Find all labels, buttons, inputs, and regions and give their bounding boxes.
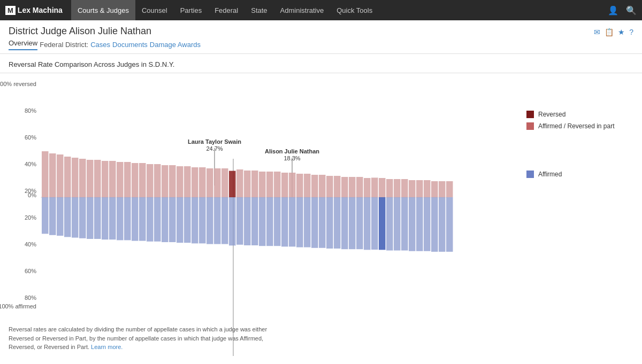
breadcrumb-link-documents[interactable]: Documents <box>112 41 148 49</box>
svg-rect-26 <box>49 153 56 197</box>
header-left: District Judge Alison Julie Nathan Overv… <box>9 26 201 53</box>
svg-rect-38 <box>79 159 86 197</box>
svg-rect-27 <box>49 197 56 235</box>
svg-rect-168 <box>401 197 408 251</box>
svg-text:Laura Taylor Swain: Laura Taylor Swain <box>188 138 241 145</box>
legend-item-reversed: Reversed <box>526 111 633 118</box>
chart-main: 100% reversed 80% 60% 40% 20% 0% 20% 40%… <box>9 79 510 315</box>
svg-rect-83 <box>192 167 198 197</box>
svg-rect-141 <box>334 197 341 249</box>
svg-text:Alison Julie Nathan: Alison Julie Nathan <box>265 148 319 154</box>
nav-item-federal[interactable]: Federal <box>208 0 244 20</box>
svg-rect-174 <box>416 197 423 251</box>
svg-text:100% reversed: 100% reversed <box>0 81 36 87</box>
svg-rect-24 <box>42 197 49 234</box>
svg-rect-183 <box>439 197 446 252</box>
svg-rect-66 <box>147 197 154 242</box>
legend-item-affirmed-reversed-part: Affirmed / Reversed in part <box>526 122 633 130</box>
svg-rect-113 <box>266 172 273 197</box>
svg-rect-80 <box>184 166 191 197</box>
svg-rect-102 <box>236 197 243 245</box>
svg-rect-65 <box>147 164 154 197</box>
svg-text:80%: 80% <box>25 295 36 301</box>
nav-item-quick-tools[interactable]: Quick Tools <box>330 0 379 20</box>
svg-rect-153 <box>364 197 371 250</box>
svg-rect-146 <box>349 177 356 197</box>
legend-box-affirmed-reversed-part <box>526 122 534 130</box>
nav-item-courts-judges[interactable]: Courts & Judges <box>71 0 135 20</box>
svg-rect-138 <box>326 197 333 249</box>
svg-rect-90 <box>207 197 213 244</box>
nav-right-icons: 👤 🔍 <box>608 5 637 16</box>
email-icon[interactable]: ✉ <box>594 28 600 36</box>
svg-rect-167 <box>401 179 408 197</box>
svg-rect-62 <box>139 163 146 197</box>
svg-rect-114 <box>266 197 273 246</box>
svg-rect-105 <box>244 197 251 245</box>
breadcrumb-link-cases[interactable]: Cases <box>90 41 110 49</box>
svg-rect-57 <box>124 197 131 240</box>
chart-wrapper: 100% reversed 80% 60% 40% 20% 0% 20% 40%… <box>9 79 633 315</box>
svg-rect-51 <box>109 197 116 239</box>
svg-rect-111 <box>259 197 266 246</box>
svg-rect-45 <box>94 197 101 239</box>
breadcrumb-label: Federal District: <box>40 41 88 49</box>
svg-rect-128 <box>304 174 311 197</box>
svg-rect-92 <box>214 168 221 197</box>
tab-overview[interactable]: Overview <box>9 39 37 50</box>
legend-box-reversed <box>526 111 534 118</box>
svg-text:24.7%: 24.7% <box>206 145 223 152</box>
svg-rect-104 <box>244 171 251 197</box>
logo[interactable]: M Lex Machina <box>5 6 63 15</box>
star-icon[interactable]: ★ <box>618 28 625 36</box>
svg-rect-50 <box>109 161 116 197</box>
svg-rect-185 <box>446 181 453 197</box>
svg-rect-95 <box>221 168 228 197</box>
svg-rect-39 <box>79 197 86 238</box>
svg-rect-173 <box>416 180 423 197</box>
help-icon[interactable]: ? <box>629 28 633 36</box>
svg-rect-89 <box>207 168 213 197</box>
svg-rect-156 <box>371 197 378 250</box>
svg-rect-152 <box>364 178 371 197</box>
svg-rect-143 <box>341 177 348 197</box>
logo-text: Lex Machina <box>18 6 63 14</box>
legend-label-affirmed: Affirmed <box>538 171 562 178</box>
user-icon[interactable]: 👤 <box>608 5 618 16</box>
svg-rect-126 <box>296 197 303 247</box>
svg-rect-123 <box>289 197 296 246</box>
legend: Reversed Affirmed / Reversed in part Aff… <box>526 79 633 315</box>
svg-text:18.3%: 18.3% <box>284 155 300 161</box>
svg-rect-23 <box>42 151 49 197</box>
breadcrumb-link-damage-awards[interactable]: Damage Awards <box>150 41 201 49</box>
svg-rect-54 <box>117 197 124 240</box>
search-icon[interactable]: 🔍 <box>626 5 637 16</box>
document-icon[interactable]: 📋 <box>605 28 614 36</box>
svg-rect-117 <box>274 197 281 246</box>
svg-rect-182 <box>439 181 446 197</box>
svg-rect-149 <box>356 177 363 197</box>
nav-item-state[interactable]: State <box>244 0 273 20</box>
nav-item-counsel[interactable]: Counsel <box>135 0 174 20</box>
svg-rect-75 <box>169 197 176 242</box>
nav-item-parties[interactable]: Parties <box>174 0 208 20</box>
svg-rect-140 <box>334 176 341 197</box>
svg-text:40%: 40% <box>25 161 36 167</box>
svg-rect-68 <box>154 164 161 197</box>
svg-rect-147 <box>349 197 356 249</box>
svg-rect-60 <box>132 197 139 241</box>
navigation: M Lex Machina Courts & Judges Counsel Pa… <box>0 0 642 20</box>
svg-rect-63 <box>139 197 146 241</box>
svg-rect-53 <box>117 162 124 197</box>
svg-rect-69 <box>154 197 161 242</box>
footnote-learn-more-link[interactable]: Learn more. <box>91 344 123 350</box>
svg-rect-33 <box>64 197 71 237</box>
legend-item-affirmed: Affirmed <box>526 171 633 178</box>
svg-rect-108 <box>251 197 258 245</box>
svg-rect-144 <box>341 197 348 249</box>
svg-rect-116 <box>274 172 281 197</box>
page-header: District Judge Alison Julie Nathan Overv… <box>0 20 642 54</box>
chart-svg: 100% reversed 80% 60% 40% 20% 0% 20% 40%… <box>9 79 447 314</box>
nav-item-administrative[interactable]: Administrative <box>274 0 331 20</box>
svg-rect-162 <box>386 197 393 251</box>
